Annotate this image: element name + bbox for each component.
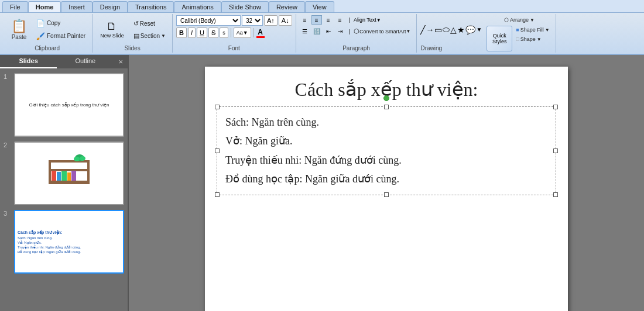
font-label: Font bbox=[228, 44, 240, 51]
main-area: Slides Outline × 1 Giới thiệu cách sắp x… bbox=[0, 55, 644, 311]
slide-num-1: 1 bbox=[4, 73, 12, 80]
svg-rect-0 bbox=[49, 181, 90, 184]
slide-thumb-3[interactable]: Cách sắp xếp thư viện: Sách: Ngăn trên c… bbox=[14, 210, 124, 274]
text-line-2: Vở: Ngăn giữa. bbox=[225, 132, 547, 150]
increase-indent-button[interactable]: ⇥ bbox=[335, 27, 345, 36]
format-painter-button[interactable]: 🖌️ Format Painter bbox=[33, 30, 88, 42]
svg-rect-7 bbox=[61, 171, 67, 181]
ribbon-tab-bar: File Home Insert Design Transitions Anim… bbox=[0, 0, 644, 13]
tab-animations[interactable]: Animations bbox=[174, 1, 221, 12]
shape-more[interactable]: ▼ bbox=[476, 26, 482, 33]
shape-callout[interactable]: 💬 bbox=[465, 25, 475, 34]
drawing-label: Drawing bbox=[420, 44, 482, 51]
font-name-select[interactable]: Calibri (Body) bbox=[176, 15, 241, 26]
shape-rect[interactable]: ▭ bbox=[434, 25, 442, 34]
shape-star[interactable]: ★ bbox=[457, 25, 465, 34]
bookshelf-svg bbox=[46, 154, 93, 192]
tab-insert[interactable]: Insert bbox=[61, 1, 93, 12]
font-color-button[interactable]: A bbox=[256, 28, 265, 38]
sidebar: Slides Outline × 1 Giới thiệu cách sắp x… bbox=[0, 55, 129, 311]
tab-slideshow[interactable]: Slide Show bbox=[221, 1, 269, 12]
quick-styles-button[interactable]: Quick Styles bbox=[487, 26, 512, 51]
bullet-button[interactable]: ☰ bbox=[300, 27, 310, 36]
italic-button[interactable]: I bbox=[188, 27, 196, 38]
shape-triangle[interactable]: △ bbox=[450, 25, 457, 34]
handle-bm[interactable] bbox=[384, 192, 389, 197]
slide-thumb-2[interactable] bbox=[14, 141, 124, 205]
font-size-select[interactable]: 32 bbox=[242, 15, 263, 26]
text-box[interactable]: Sách: Ngăn trên cùng. Vở: Ngăn giữa. Tru… bbox=[217, 106, 556, 195]
tab-file[interactable]: File bbox=[2, 1, 28, 12]
underline-button[interactable]: U bbox=[197, 27, 207, 38]
paragraph-label: Paragraph bbox=[342, 44, 370, 51]
tab-review[interactable]: Review bbox=[269, 1, 305, 12]
svg-rect-5 bbox=[52, 171, 56, 181]
handle-tr[interactable] bbox=[553, 105, 558, 109]
strikethrough-button[interactable]: S bbox=[208, 27, 218, 38]
number-list-button[interactable]: 🔢 bbox=[311, 27, 322, 36]
svg-rect-6 bbox=[57, 172, 61, 181]
text-line-1: Sách: Ngăn trên cùng. bbox=[225, 113, 547, 132]
slide3-line-4: Đồ dùng học tập: Ngăn giữa dưới cùng. bbox=[18, 250, 121, 254]
tab-transitions[interactable]: Transitions bbox=[128, 1, 174, 12]
change-case-button[interactable]: Aa▼ bbox=[234, 27, 251, 38]
tab-home[interactable]: Home bbox=[28, 1, 61, 12]
shape-oval[interactable]: ⬭ bbox=[443, 25, 450, 34]
clipboard-group: 📋 Paste 📄 Copy 🖌️ Format Painter Clipboa… bbox=[2, 14, 93, 53]
align-right-button[interactable]: ≡ bbox=[323, 15, 334, 25]
slide1-text: Giới thiệu cách sắp xếp trong thư viện bbox=[29, 102, 109, 108]
handle-tl[interactable] bbox=[215, 105, 220, 109]
sidebar-close-button[interactable]: × bbox=[114, 55, 128, 68]
align-center-button[interactable]: ≡ bbox=[311, 15, 322, 25]
align-text-button[interactable]: Align Text ▼ bbox=[351, 15, 383, 25]
slide-thumb-1[interactable]: Giới thiệu cách sắp xếp trong thư viện bbox=[14, 73, 124, 137]
svg-point-12 bbox=[74, 157, 80, 161]
decrease-indent-button[interactable]: ⇤ bbox=[323, 27, 334, 36]
shape-outline-button[interactable]: □ Shape ▼ bbox=[513, 35, 551, 43]
slide3-thumb-title: Cách sắp xếp thư viện: bbox=[18, 230, 62, 235]
arrange-button[interactable]: ⬡ Arrange ▼ bbox=[501, 15, 537, 25]
copy-button[interactable]: 📄 Copy bbox=[33, 18, 88, 29]
shape-fill-button[interactable]: ■ Shape Fill ▼ bbox=[513, 26, 551, 34]
convert-smartart-button[interactable]: ⬡ Convert to SmartArt ▼ bbox=[351, 26, 413, 36]
drawing-group: ╱ → ▭ ⬭ △ ★ 💬 ▼ Drawing ⬡ Arrange ▼ Quic… bbox=[417, 14, 556, 53]
slides-group: 🗋 New Slide ↺ Reset ▤ Section ▼ Slides bbox=[93, 14, 173, 53]
paste-button[interactable]: 📋 Paste bbox=[6, 17, 32, 42]
align-left-button[interactable]: ≡ bbox=[300, 15, 310, 25]
slide-num-2: 2 bbox=[4, 141, 12, 148]
slide-canvas: Cách sắp xếp thư viện: Sách: Ngăn trên c… bbox=[205, 67, 568, 311]
bold-button[interactable]: B bbox=[176, 27, 187, 38]
slide3-line-3: Truyện thiếu nhi: Ngăn đứng dưới cùng. bbox=[18, 245, 121, 249]
slide-num-3: 3 bbox=[4, 210, 12, 217]
svg-point-13 bbox=[80, 156, 85, 161]
svg-rect-3 bbox=[49, 160, 51, 184]
sidebar-tabs: Slides Outline × bbox=[0, 55, 128, 68]
handle-tm[interactable] bbox=[384, 105, 389, 109]
tab-view[interactable]: View bbox=[305, 1, 334, 12]
handle-ml[interactable] bbox=[215, 148, 220, 153]
sidebar-tab-outline[interactable]: Outline bbox=[57, 55, 114, 68]
text-line-4: Đồ dùng học tập: Ngăn giữa dưới cùng. bbox=[225, 170, 547, 188]
handle-br[interactable] bbox=[553, 192, 558, 197]
ribbon: 📋 Paste 📄 Copy 🖌️ Format Painter Clipboa… bbox=[0, 13, 644, 55]
increase-font-button[interactable]: A↑ bbox=[264, 15, 278, 26]
svg-rect-4 bbox=[87, 160, 90, 184]
justify-button[interactable]: ≡ bbox=[335, 15, 345, 25]
shadow-button[interactable]: s bbox=[220, 27, 228, 38]
reset-button[interactable]: ↺ Reset bbox=[131, 18, 169, 29]
slide3-line-1: Sách: Ngăn trên cùng. bbox=[18, 236, 121, 240]
rotate-handle[interactable] bbox=[383, 95, 389, 101]
shape-arrow[interactable]: → bbox=[426, 25, 434, 34]
shape-line[interactable]: ╱ bbox=[420, 25, 425, 34]
content-area: Cách sắp xếp thư viện: Sách: Ngăn trên c… bbox=[129, 55, 644, 311]
decrease-font-button[interactable]: A↓ bbox=[279, 15, 292, 26]
slide3-line-2: Vở: Ngăn giữa. bbox=[18, 240, 121, 244]
section-button[interactable]: ▤ Section ▼ bbox=[131, 30, 169, 42]
new-slide-button[interactable]: 🗋 New Slide bbox=[96, 19, 128, 40]
handle-mr[interactable] bbox=[553, 148, 558, 153]
tab-design[interactable]: Design bbox=[93, 1, 128, 12]
handle-bl[interactable] bbox=[215, 192, 220, 197]
svg-rect-9 bbox=[71, 171, 76, 181]
svg-rect-8 bbox=[67, 172, 71, 181]
sidebar-tab-slides[interactable]: Slides bbox=[0, 55, 57, 68]
